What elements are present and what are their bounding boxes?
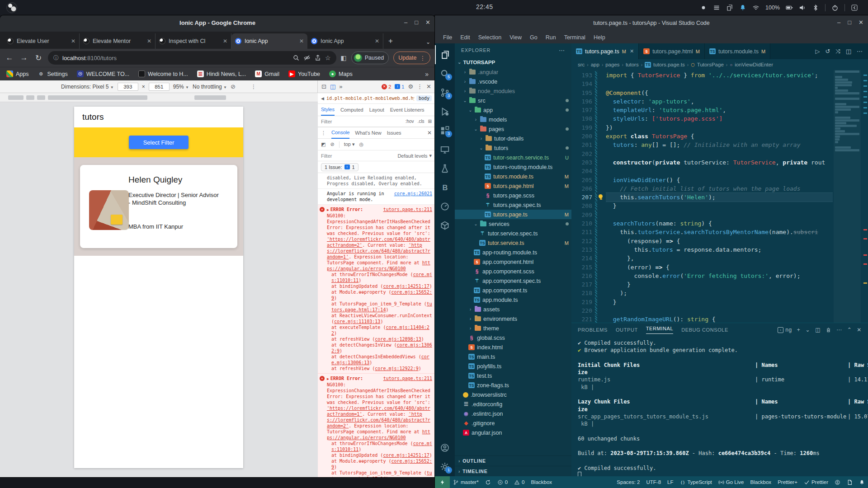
code-line[interactable]: }): [606, 123, 833, 132]
shell-selector[interactable]: ›ng: [778, 327, 792, 333]
history-icon[interactable]: ↺: [825, 48, 830, 55]
trayarr-icon[interactable]: [851, 4, 858, 11]
code-line[interactable]: ionViewDidEnter() {: [606, 176, 833, 184]
status-sync[interactable]: [482, 476, 494, 488]
tree-item[interactable]: ›models: [455, 115, 571, 124]
devtools-close-icon[interactable]: ✕: [426, 83, 431, 90]
tree-item[interactable]: TStutor.service.tsM: [455, 238, 571, 248]
console-error-badge[interactable]: ✕2: [382, 84, 391, 89]
tab-close-icon[interactable]: ✕: [375, 38, 379, 44]
activity-monitor[interactable]: [435, 140, 455, 159]
source-link[interactable]: tutors.page.ts:211: [383, 206, 432, 212]
tutor-card[interactable]: Helen Quigley Executive Director | Senio…: [80, 165, 237, 248]
tree-item[interactable]: TStest.ts: [455, 371, 571, 380]
bookmark-item[interactable]: ☰Hindi News, L...: [197, 70, 246, 77]
status-bell[interactable]: [856, 476, 868, 488]
more-panels-icon[interactable]: »: [339, 83, 342, 90]
breadcrumb-item[interactable]: tutors.page.ts: [653, 62, 685, 67]
close-icon[interactable]: ✕: [425, 19, 430, 26]
grid-icon[interactable]: ⊞: [428, 119, 432, 124]
tree-item[interactable]: .browserslistrc: [455, 390, 571, 399]
devtools-menu-icon[interactable]: ⋮: [417, 83, 423, 90]
status-blackbox[interactable]: Blackbox: [528, 476, 555, 488]
tree-item[interactable]: ◆.gitignore: [455, 418, 571, 428]
site-info-icon[interactable]: ⓘ: [53, 54, 59, 62]
tree-item[interactable]: 5tutors.page.htmlM: [455, 181, 571, 191]
tree-item[interactable]: TStutors-routing.module.ts: [455, 162, 571, 172]
bookmark-item[interactable]: ▦Apps: [6, 70, 29, 77]
status-utf-8[interactable]: UTF-8: [643, 476, 664, 488]
breadcrumb-item[interactable]: app: [591, 62, 599, 67]
maximize-icon[interactable]: □: [415, 19, 418, 26]
code-line[interactable]: }: [606, 202, 833, 210]
menu-icon[interactable]: [713, 4, 720, 11]
new-terminal-icon[interactable]: +: [797, 327, 801, 333]
drawer-tab-console[interactable]: Console: [331, 127, 349, 139]
tree-item[interactable]: ›environments: [455, 314, 571, 324]
console-messages[interactable]: disabled, Live Reloading enabled, Progre…: [318, 173, 435, 477]
bell-icon[interactable]: [739, 4, 746, 11]
file-tree[interactable]: ›.angular ›.vscode ›node_modules ⌄src ⌄a…: [455, 67, 571, 455]
activity-bb[interactable]: B: [435, 178, 455, 197]
url-text[interactable]: localhost:8100/tutors: [62, 55, 289, 61]
status-spaces-2[interactable]: Spaces: 2: [613, 476, 643, 488]
menu-selection[interactable]: Selection: [475, 33, 505, 42]
split-editor-icon[interactable]: ◫: [846, 48, 851, 55]
drawer-close-icon[interactable]: ✕: [427, 130, 432, 136]
browser-tab[interactable]: Ionic App✕: [307, 33, 383, 49]
browser-tab[interactable]: Ionic App✕: [231, 33, 307, 49]
tree-item[interactable]: TSmain.ts: [455, 352, 571, 361]
eye-blocked-icon[interactable]: [303, 54, 311, 61]
source-link[interactable]: core.mjs:26021: [394, 191, 432, 197]
more-actions-icon[interactable]: ⋯: [857, 48, 863, 55]
source-link[interactable]: tutors.page.ts:211: [383, 375, 432, 381]
new-tab-button[interactable]: +: [384, 35, 397, 47]
tree-item[interactable]: TStutors.page.tsM: [455, 210, 571, 219]
distro-logo-icon[interactable]: [6, 2, 17, 13]
back-icon[interactable]: ←: [5, 53, 14, 62]
split-diff-icon[interactable]: ⤨: [835, 48, 840, 55]
editor-tab[interactable]: TStutors.page.tsM ✕: [571, 43, 639, 59]
terminal-dropdown-icon[interactable]: ⌄: [805, 327, 810, 333]
bookmark-item[interactable]: ▶YouTube: [288, 70, 320, 77]
element-tag[interactable]: body: [416, 95, 432, 101]
devtools-settings-icon[interactable]: ⚙: [408, 83, 413, 90]
issues-badge[interactable]: !1: [395, 84, 404, 89]
device-toolbar-more-icon[interactable]: ⋮: [251, 84, 256, 90]
bookmark-item[interactable]: ☉WELCOME TO...: [77, 70, 129, 77]
activity-files[interactable]: [435, 45, 455, 64]
code-line[interactable]: }: [606, 280, 833, 289]
split-terminal-icon[interactable]: ◫: [815, 327, 821, 333]
vscode-title-bar[interactable]: tutors.page.ts - tutorsApp - Visual Stud…: [435, 15, 868, 32]
code-line[interactable]: templateUrl: 'tutors.page.html',: [606, 106, 833, 114]
tree-item[interactable]: §app.component.scss: [455, 267, 571, 276]
minimap[interactable]: [834, 70, 861, 323]
code-line[interactable]: @Component({: [606, 89, 833, 97]
profile-paused-chip[interactable]: Paused: [351, 52, 389, 64]
menu-edit[interactable]: Edit: [457, 33, 474, 42]
forward-icon[interactable]: →: [19, 53, 29, 62]
select-filter-button[interactable]: Select Filter: [129, 136, 189, 149]
activity-ext[interactable]: 3: [435, 121, 455, 140]
menu-terminal[interactable]: Terminal: [561, 33, 589, 42]
status-prettier-[interactable]: Prettier+: [774, 476, 801, 488]
devtools-tab-computed[interactable]: Computed: [340, 104, 363, 115]
breadcrumb-item[interactable]: src: [578, 62, 585, 67]
code-line[interactable]: constructor(private tutorService: TutorS…: [606, 158, 833, 167]
breadcrumb-item[interactable]: pages: [605, 62, 619, 67]
lightbulb-icon[interactable]: [599, 194, 603, 201]
log-levels-select[interactable]: Default levels ▾: [397, 153, 432, 159]
tree-item[interactable]: ⌄src: [455, 96, 571, 105]
code-editor[interactable]: 1931941951961971981992002012022032042052…: [571, 70, 868, 323]
code-line[interactable]: tutors: any[] = []; // Initialize with a…: [606, 141, 833, 149]
minimize-icon[interactable]: –: [837, 19, 840, 26]
code-line[interactable]: (error) => {: [606, 263, 833, 272]
tree-item[interactable]: ›tutor-details: [455, 134, 571, 143]
reload-icon[interactable]: ↻: [33, 53, 43, 63]
tree-item[interactable]: ›node_modules: [455, 86, 571, 96]
panel-more-icon[interactable]: ⋯: [836, 327, 842, 333]
drawer-tab-issues[interactable]: Issues: [387, 127, 401, 138]
tree-item[interactable]: ⚚tutors.page.spec.ts: [455, 200, 571, 210]
browser-tab[interactable]: Elevate Mentor✕: [80, 33, 156, 49]
tree-item[interactable]: ⚚app.component.spec.ts: [455, 276, 571, 286]
